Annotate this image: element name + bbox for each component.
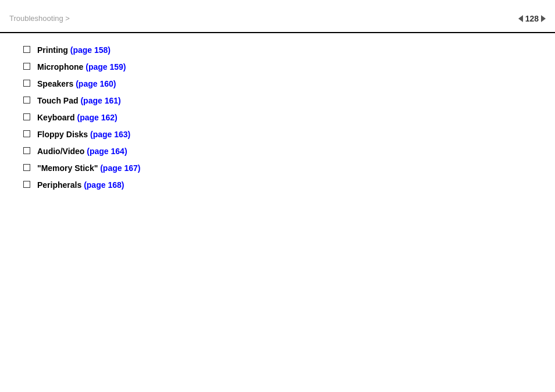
item-label-text: Speakers — [37, 79, 76, 88]
item-label-text: Microphone — [37, 62, 86, 72]
page-number-container: 128 — [518, 14, 546, 23]
item-page-link[interactable]: (page 159) — [86, 62, 126, 72]
item-page-link[interactable]: (page 164) — [87, 147, 127, 156]
list-item: Microphone (page 159) — [23, 62, 532, 72]
checkbox-icon — [23, 164, 30, 171]
checkbox-icon — [23, 80, 30, 87]
list-item: Touch Pad (page 161) — [23, 95, 532, 105]
item-label-text: Touch Pad — [37, 96, 80, 105]
item-label: Floppy Disks (page 163) — [37, 130, 130, 139]
item-label-text: Floppy Disks — [37, 130, 90, 139]
item-page-link[interactable]: (page 161) — [80, 96, 120, 105]
checkbox-icon — [23, 46, 30, 53]
item-label: "Memory Stick" (page 167) — [37, 163, 140, 173]
checkbox-icon — [23, 113, 30, 120]
item-label-text: Peripherals — [37, 180, 84, 190]
item-page-link[interactable]: (page 163) — [90, 130, 130, 139]
list-item: "Memory Stick" (page 167) — [23, 163, 532, 173]
page-number: 128 — [525, 14, 539, 23]
item-label-text: Keyboard — [37, 113, 77, 122]
item-label: Keyboard (page 162) — [37, 113, 118, 122]
item-page-link[interactable]: (page 167) — [100, 163, 140, 173]
arrow-right-icon — [541, 15, 546, 22]
item-label-text: Audio/Video — [37, 147, 87, 156]
item-label: Audio/Video (page 164) — [37, 147, 127, 156]
checkbox-icon — [23, 181, 30, 188]
list-item: Speakers (page 160) — [23, 79, 532, 88]
checkbox-icon — [23, 97, 30, 104]
checkbox-icon — [23, 63, 30, 70]
checkbox-icon — [23, 147, 30, 154]
item-page-link[interactable]: (page 168) — [84, 180, 124, 190]
item-label-text: Printing — [37, 45, 70, 55]
arrow-left-icon — [518, 15, 523, 22]
item-label: Printing (page 158) — [37, 45, 111, 55]
item-page-link[interactable]: (page 160) — [76, 79, 116, 88]
item-label-text: "Memory Stick" — [37, 163, 100, 173]
item-label: Peripherals (page 168) — [37, 180, 124, 190]
header: Troubleshooting > 128 — [0, 0, 555, 33]
checkbox-icon — [23, 130, 30, 137]
list-item: Keyboard (page 162) — [23, 112, 532, 122]
list-item: Peripherals (page 168) — [23, 180, 532, 190]
content-area: Printing (page 158)Microphone (page 159)… — [0, 33, 555, 208]
list-item: Floppy Disks (page 163) — [23, 129, 532, 139]
item-label: Microphone (page 159) — [37, 62, 126, 72]
item-page-link[interactable]: (page 162) — [77, 113, 117, 122]
list-item: Audio/Video (page 164) — [23, 146, 532, 156]
topics-list: Printing (page 158)Microphone (page 159)… — [23, 45, 532, 190]
breadcrumb: Troubleshooting > — [9, 14, 70, 23]
item-label: Speakers (page 160) — [37, 79, 116, 88]
item-page-link[interactable]: (page 158) — [70, 45, 111, 55]
list-item: Printing (page 158) — [23, 45, 532, 55]
item-label: Touch Pad (page 161) — [37, 96, 121, 105]
